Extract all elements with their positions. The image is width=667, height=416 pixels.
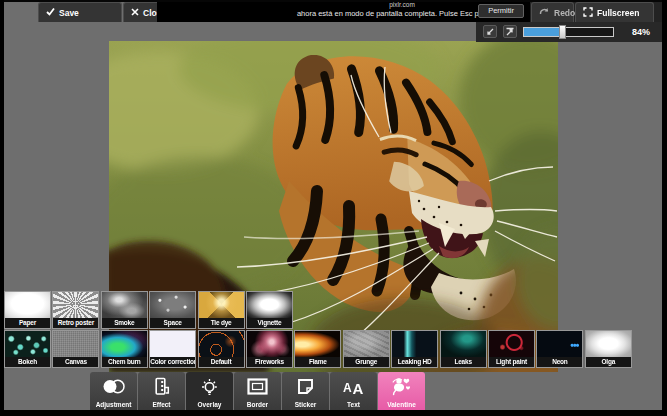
tab-sticker[interactable]: Sticker	[282, 372, 329, 410]
sticker-icon	[296, 372, 315, 401]
overlay-thumb-chem-burn[interactable]: Chem burn	[101, 330, 148, 368]
overlay-thumb-leaks[interactable]: Leaks	[440, 330, 487, 368]
overlay-thumb-label: Neon	[537, 357, 582, 367]
overlay-thumb-image	[5, 292, 50, 318]
overlay-thumb-tie-dye[interactable]: Tie dye	[198, 291, 245, 329]
overlay-thumb-image	[150, 331, 195, 357]
cupid-icon	[390, 372, 413, 401]
zoom-fit-button[interactable]	[483, 25, 497, 38]
overlay-thumb-label: Grunge	[344, 357, 389, 367]
overlay-thumb-neon[interactable]: Neon	[536, 330, 583, 368]
overlay-thumb-image	[53, 331, 98, 357]
svg-text:A: A	[353, 379, 364, 396]
save-button-label: Save	[59, 8, 79, 18]
overlay-thumb-flame[interactable]: Flame	[294, 330, 341, 368]
allow-button[interactable]: Permitir	[478, 4, 524, 18]
tab-border[interactable]: Border	[234, 372, 281, 410]
overlay-thumb-retro-poster[interactable]: Retro poster	[52, 291, 99, 329]
overlay-thumb-smoke[interactable]: Smoke	[101, 291, 148, 329]
tab-effect[interactable]: Effect	[138, 372, 185, 410]
overlay-thumb-bokeh[interactable]: Bokeh	[4, 330, 51, 368]
overlay-thumb-label: Default	[199, 357, 244, 367]
zoom-slider[interactable]	[523, 27, 614, 37]
tab-text[interactable]: AA Text	[330, 372, 377, 410]
overlay-thumb-image	[247, 292, 292, 318]
app-window: Save Close Redo Fullscreen pixlr.com aho…	[0, 0, 667, 416]
tab-label: Sticker	[295, 401, 317, 408]
overlay-thumb-label: Canvas	[53, 357, 98, 367]
overlay-thumb-label: Leaking HD	[392, 357, 437, 367]
fullscreen-icon	[583, 7, 593, 19]
overlay-thumb-image	[247, 331, 292, 357]
overlay-thumb-label: Chem burn	[102, 357, 147, 367]
text-icon: AA	[342, 372, 365, 401]
overlay-thumb-label: Retro poster	[53, 318, 98, 328]
overlay-thumb-image	[102, 292, 147, 318]
fullscreen-button[interactable]: Fullscreen	[575, 2, 654, 22]
tab-overlay[interactable]: Overlay	[186, 372, 233, 410]
overlay-thumb-image	[537, 331, 582, 357]
check-icon	[46, 7, 55, 18]
overlay-thumb-fireworks[interactable]: Fireworks	[246, 330, 293, 368]
overlay-thumb-canvas[interactable]: Canvas	[52, 330, 99, 368]
film-icon	[153, 372, 171, 401]
redo-button-label: Redo	[554, 8, 575, 18]
tab-valentine[interactable]: Valentine	[378, 372, 425, 410]
tab-label: Effect	[152, 401, 170, 408]
overlay-thumb-image	[5, 331, 50, 357]
overlay-thumb-label: Smoke	[102, 318, 147, 328]
tab-label: Text	[347, 401, 360, 408]
overlay-thumb-image	[392, 331, 437, 357]
overlay-thumb-label: Light paint	[489, 357, 534, 367]
overlay-thumb-label: Bokeh	[5, 357, 50, 367]
overlay-thumb-leaking-hd[interactable]: Leaking HD	[391, 330, 438, 368]
tab-label: Border	[247, 401, 268, 408]
fit-screen-icon	[485, 27, 495, 37]
window-frame-left	[0, 0, 4, 416]
overlay-thumb-image	[150, 292, 195, 318]
window-frame-top	[0, 0, 667, 2]
zoom-slider-handle[interactable]	[559, 25, 566, 39]
zoom-controls: 84%	[476, 22, 662, 42]
redo-button[interactable]: Redo	[531, 2, 574, 22]
overlay-thumb-image	[199, 292, 244, 318]
redo-icon	[539, 7, 550, 18]
overlay-thumb-default[interactable]: Default	[198, 330, 245, 368]
overlay-thumb-image	[586, 331, 631, 357]
overlay-thumb-image	[489, 331, 534, 357]
overlay-thumb-image	[199, 331, 244, 357]
lightbulb-icon	[199, 372, 220, 401]
zoom-level-label: 84%	[632, 27, 650, 37]
overlay-thumb-olga[interactable]: Olga	[585, 330, 632, 368]
overlay-thumb-label: Paper	[5, 318, 50, 328]
overlay-thumb-light-paint[interactable]: Light paint	[488, 330, 535, 368]
tab-label: Adjustment	[96, 401, 132, 408]
overlay-thumb-image	[53, 292, 98, 318]
zoom-slider-fill	[524, 28, 562, 36]
actual-size-icon	[505, 27, 515, 37]
overlay-thumb-label: Fireworks	[247, 357, 292, 367]
fullscreen-notification: pixlr.com ahora está en modo de pantalla…	[157, 0, 530, 22]
save-button[interactable]: Save	[38, 2, 122, 22]
close-icon	[131, 8, 139, 18]
overlay-thumb-image	[295, 331, 340, 357]
tab-label: Overlay	[198, 401, 222, 408]
tab-label: Valentine	[387, 401, 416, 408]
overlay-thumb-paper[interactable]: Paper	[4, 291, 51, 329]
overlay-thumb-vignette[interactable]: Vignette	[246, 291, 293, 329]
overlay-thumb-label: Tie dye	[199, 318, 244, 328]
window-frame-bottom	[0, 410, 667, 416]
overlay-thumb-color-correction[interactable]: Color correction	[149, 330, 196, 368]
zoom-actual-size-button[interactable]	[503, 25, 517, 38]
tab-adjustment[interactable]: Adjustment	[90, 372, 137, 410]
overlay-thumb-label: Space	[150, 318, 195, 328]
fullscreen-button-label: Fullscreen	[597, 8, 640, 18]
overlay-thumb-label: Olga	[586, 357, 631, 367]
overlay-thumb-space[interactable]: Space	[149, 291, 196, 329]
overlay-thumb-label: Flame	[295, 357, 340, 367]
svg-text:A: A	[343, 381, 352, 395]
overlay-thumb-image	[344, 331, 389, 357]
window-frame-right	[662, 0, 667, 416]
overlay-thumb-grunge[interactable]: Grunge	[343, 330, 390, 368]
overlay-thumb-label: Color correction	[150, 357, 195, 367]
